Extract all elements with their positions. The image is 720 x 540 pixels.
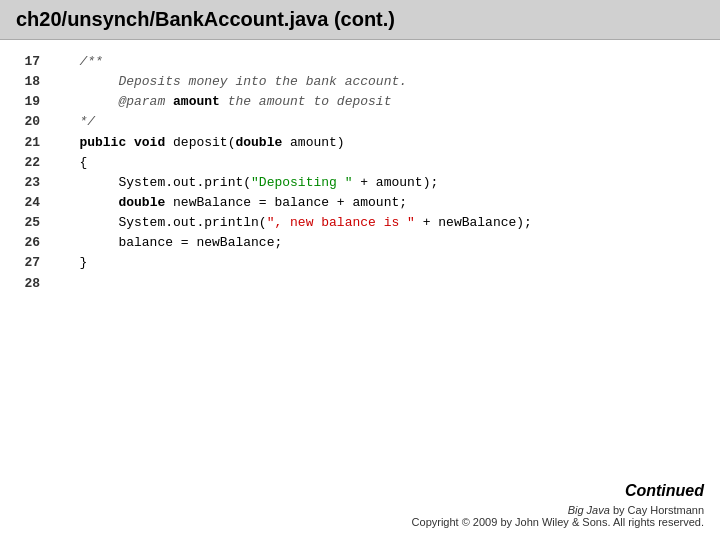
line-code: Deposits money into the bank account. (56, 72, 407, 92)
page-header: ch20/unsynch/BankAccount.java (cont.) (0, 0, 720, 40)
line-code: balance = newBalance; (56, 233, 282, 253)
code-line: 23 System.out.print("Depositing " + amou… (20, 173, 700, 193)
line-number: 17 (20, 52, 56, 72)
code-line: 24 double newBalance = balance + amount; (20, 193, 700, 213)
line-number: 28 (20, 274, 56, 294)
book-title: Big Java by Cay Horstmann (568, 504, 704, 516)
code-line: 17 /** (20, 52, 700, 72)
code-line: 20 */ (20, 112, 700, 132)
code-block: 17 /**18 Deposits money into the bank ac… (20, 52, 700, 294)
code-line: 27 } (20, 253, 700, 273)
line-code: /** (56, 52, 103, 72)
line-code: double newBalance = balance + amount; (56, 193, 407, 213)
line-number: 26 (20, 233, 56, 253)
line-number: 18 (20, 72, 56, 92)
copyright-notice: Copyright © 2009 by John Wiley & Sons. A… (412, 516, 704, 528)
continued-label: Continued (412, 482, 704, 500)
line-code: System.out.println(", new balance is " +… (56, 213, 532, 233)
line-number: 25 (20, 213, 56, 233)
line-number: 21 (20, 133, 56, 153)
line-code: } (56, 253, 87, 273)
code-line: 26 balance = newBalance; (20, 233, 700, 253)
code-line: 21 public void deposit(double amount) (20, 133, 700, 153)
code-line: 18 Deposits money into the bank account. (20, 72, 700, 92)
line-code: @param amount the amount to deposit (56, 92, 391, 112)
line-number: 23 (20, 173, 56, 193)
line-code: public void deposit(double amount) (56, 133, 345, 153)
line-number: 20 (20, 112, 56, 132)
code-line: 19 @param amount the amount to deposit (20, 92, 700, 112)
line-code: { (56, 153, 87, 173)
copyright-text: Big Java by Cay Horstmann Copyright © 20… (412, 504, 704, 528)
code-line: 28 (20, 274, 700, 294)
page-title: ch20/unsynch/BankAccount.java (cont.) (16, 8, 704, 31)
line-number: 22 (20, 153, 56, 173)
line-number: 27 (20, 253, 56, 273)
line-number: 24 (20, 193, 56, 213)
code-line: 22 { (20, 153, 700, 173)
line-number: 19 (20, 92, 56, 112)
page-footer: Continued Big Java by Cay Horstmann Copy… (412, 482, 704, 528)
code-line: 25 System.out.println(", new balance is … (20, 213, 700, 233)
code-content: 17 /**18 Deposits money into the bank ac… (0, 40, 720, 306)
line-code: */ (56, 112, 95, 132)
line-code: System.out.print("Depositing " + amount)… (56, 173, 438, 193)
